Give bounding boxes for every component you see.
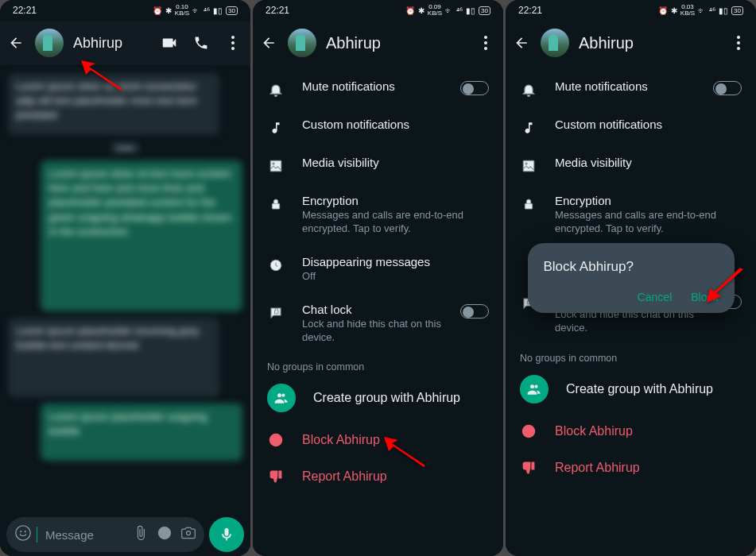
contact-name: Abhirup [326,34,465,52]
camera-icon[interactable] [180,525,196,544]
more-icon[interactable] [475,32,497,54]
status-icons: ⏰✱ 0.10KB/S ᯤ⁴⁶▮▯ 30 [153,4,238,17]
back-icon[interactable] [259,33,278,52]
message-placeholder: Message [45,528,125,542]
settings-list: Mute notifications Custom notifications … [253,65,503,556]
svg-point-7 [484,36,487,39]
svg-point-1 [231,41,235,44]
chat-header: Abhirup [0,21,250,65]
thumbs-down-icon [267,468,285,485]
create-group-row[interactable]: Create group with Abhirup [253,374,503,422]
disappearing-messages-row[interactable]: Disappearing messagesOff [253,245,503,293]
chat-lock-toggle[interactable] [460,304,489,319]
video-call-icon[interactable] [158,32,180,54]
back-icon[interactable] [6,33,25,52]
message-out[interactable]: Lorem ipsum placeholder outgoing bubble [41,403,242,461]
block-icon [267,431,285,449]
more-icon[interactable] [222,32,244,54]
message-in[interactable]: Lorem ipsum placeholder incoming grey bu… [8,318,219,397]
svg-point-2 [231,47,235,50]
date-chip: date [110,141,140,154]
music-note-icon [267,119,285,137]
contact-info-header: Abhirup [253,21,503,65]
cancel-button[interactable]: Cancel [638,291,673,303]
block-button[interactable]: Block [691,291,718,303]
svg-point-9 [484,47,487,50]
chat-lock-icon [267,304,285,322]
message-in[interactable]: Lorem ipsum dolor sit amet consectetur a… [8,73,219,135]
svg-point-0 [231,36,235,39]
message-input[interactable]: Message [6,517,204,552]
voice-call-icon[interactable] [190,32,212,54]
svg-rect-14 [275,311,279,314]
chat-lock-row[interactable]: Chat lockLock and hide this chat on this… [253,293,503,354]
svg-point-11 [273,163,274,164]
mute-notifications-row[interactable]: Mute notifications [253,70,503,108]
mute-toggle[interactable] [460,81,489,95]
attach-icon[interactable] [133,525,149,544]
avatar[interactable] [35,29,64,57]
avatar[interactable] [288,29,316,57]
status-time: 22:21 [266,5,289,16]
group-add-icon [267,384,296,412]
status-time: 22:21 [13,5,37,16]
message-out[interactable]: Lorem ipsum dolor sit text more content … [41,160,242,311]
input-bar: Message [0,513,250,556]
svg-point-15 [277,394,281,398]
image-icon [267,157,285,175]
custom-notifications-row[interactable]: Custom notifications [253,108,503,146]
screen-block-dialog: 22:21 ⏰✱ 0.03KB/S ᯤ⁴⁶▮▯ 30 Abhirup Mute … [506,0,756,556]
block-dialog: Block Abhirup? Cancel Block [528,243,735,313]
block-row[interactable]: Block Abhirup [253,422,503,458]
lock-icon [267,195,285,213]
report-row[interactable]: Report Abhirup [253,458,503,495]
chat-body[interactable]: Lorem ipsum dolor sit amet consectetur a… [0,65,250,513]
media-visibility-row[interactable]: Media visibility [253,146,503,184]
svg-point-6 [159,527,171,539]
svg-point-3 [16,526,30,540]
encryption-row[interactable]: EncryptionMessages and calls are end-to-… [253,184,503,245]
status-bar: 22:21 ⏰✱ 0.09KB/S ᯤ⁴⁶▮▯ 30 [253,0,503,21]
contact-name[interactable]: Abhirup [73,35,149,52]
screen-contact-info: 22:21 ⏰✱ 0.09KB/S ᯤ⁴⁶▮▯ 30 Abhirup Mute … [253,0,503,556]
svg-point-4 [20,531,21,532]
svg-point-8 [484,41,487,44]
svg-point-16 [281,394,285,397]
svg-point-5 [25,531,26,532]
no-groups-label: No groups in common [253,353,503,374]
status-bar: 22:21 ⏰✱ 0.10KB/S ᯤ⁴⁶▮▯ 30 [0,0,250,21]
status-icons: ⏰✱ 0.09KB/S ᯤ⁴⁶▮▯ 30 [405,4,490,17]
bell-icon [267,81,285,98]
screen-chat: 22:21 ⏰✱ 0.10KB/S ᯤ⁴⁶▮▯ 30 Abhirup Lorem… [0,0,250,556]
dialog-backdrop[interactable]: Block Abhirup? Cancel Block [506,0,756,556]
payment-icon[interactable] [157,525,173,544]
svg-rect-12 [272,203,279,209]
mic-button[interactable] [209,517,244,552]
emoji-icon[interactable] [14,524,32,545]
timer-icon [267,257,285,274]
dialog-title: Block Abhirup? [544,259,719,275]
